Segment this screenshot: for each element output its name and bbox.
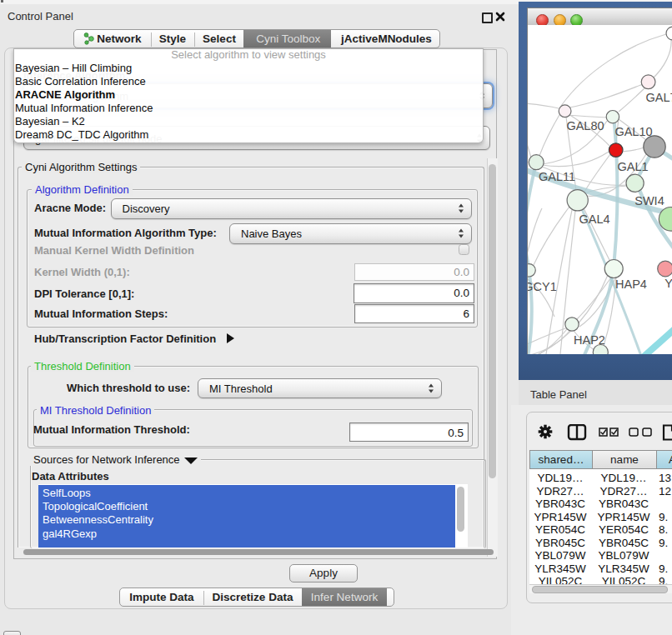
svg-text:SWI4: SWI4 xyxy=(634,194,664,208)
svg-text:GAL11: GAL11 xyxy=(539,170,575,183)
svg-text:HAP2: HAP2 xyxy=(574,333,605,347)
svg-text:GAL7: GAL7 xyxy=(645,91,672,104)
svg-text:GAL10: GAL10 xyxy=(614,125,652,138)
svg-text:YEL021W: YEL021W xyxy=(664,277,672,290)
svg-text:HAP4: HAP4 xyxy=(615,278,647,291)
svg-text:GAL80: GAL80 xyxy=(566,119,604,132)
svg-text:GAL1: GAL1 xyxy=(617,160,648,173)
svg-text:GAL4: GAL4 xyxy=(579,212,609,226)
svg-text:GCY1: GCY1 xyxy=(528,280,557,293)
